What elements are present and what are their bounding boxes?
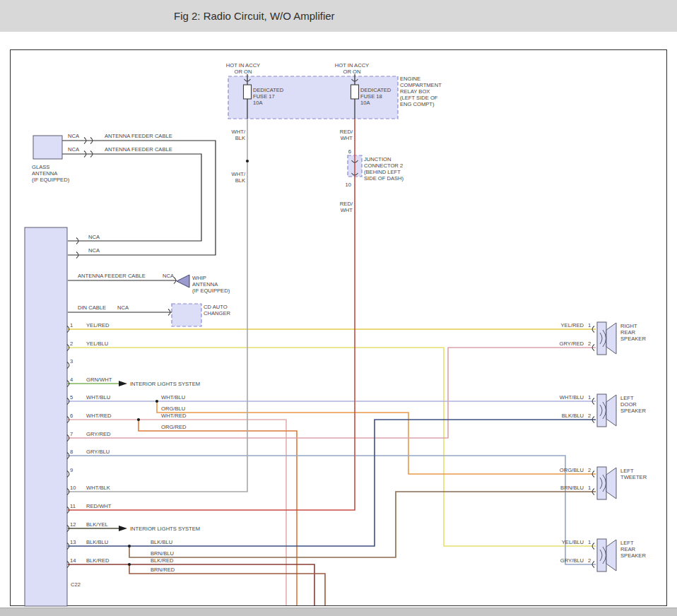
junction-pin-number: 6	[348, 148, 351, 155]
relay-box-label: (LEFT SIDE OF	[400, 95, 438, 101]
speaker-pin-wire-label: WHT/BLU	[560, 394, 584, 401]
hot-accy-label: HOT IN ACCY	[335, 62, 369, 69]
radio-pin-wire-label: BLK/BLU	[86, 539, 108, 545]
speaker-pin-wire-label: ORG/BLU	[560, 467, 584, 473]
nca-label: NCA	[68, 133, 80, 139]
radio-pin-wire-label: WHT/BLU	[86, 394, 110, 401]
glass-antenna-label: (IF EQUIPPED)	[32, 177, 70, 183]
splice-wire-label: BLK/RED	[151, 557, 174, 564]
fuse17-label: FUSE 17	[253, 93, 275, 100]
wire-color-label: WHT	[341, 135, 353, 141]
cd-changer-box	[172, 304, 201, 326]
left-rear-speaker-icon	[597, 539, 616, 571]
glass-antenna-label: ANTENNA	[32, 170, 58, 177]
whip-antenna-label: (IF EQUIPPED)	[192, 288, 230, 294]
nca-label: NCA	[68, 146, 80, 153]
feeder-cable-label: ANTENNA FEEDER CABLE	[105, 146, 172, 153]
radio-pin-number: 7	[70, 431, 73, 437]
speaker-name-line: SPEAKER	[620, 336, 646, 342]
interior-lights-label: INTERIOR LIGHTS SYSTEM	[130, 526, 200, 532]
speaker-name-line: DOOR	[620, 401, 637, 408]
speaker-pin-number: 2	[588, 467, 591, 473]
speaker-name-line: SPEAKER	[620, 552, 646, 559]
interior-lights-label: INTERIOR LIGHTS SYSTEM	[130, 381, 200, 387]
splice-wire-label: WHT/BLU	[161, 394, 185, 401]
radio-pin-wire-label: YEL/RED	[86, 322, 110, 328]
speaker-name-line: REAR	[620, 546, 636, 552]
relay-box-label: RELAY BOX	[400, 88, 430, 95]
nca-label: NCA	[88, 234, 100, 240]
splice-wire-label: ORG/RED	[161, 424, 187, 430]
splice-wire-label: BLK/BLU	[151, 539, 172, 545]
wire-color-label: RED/	[340, 201, 353, 207]
speaker-pin-wire-label: YEL/RED	[561, 322, 584, 328]
radio-pin-wire-label: WHT/RED	[86, 413, 112, 419]
speaker-name-line: TWEETER	[620, 474, 647, 480]
splice-wire-label: BRN/BLU	[151, 550, 174, 557]
speaker-name-line: RIGHT	[620, 323, 637, 329]
nca-label: NCA	[163, 273, 175, 279]
radio-pin-number: 10	[70, 485, 76, 491]
radio-pin-number: 5	[70, 394, 73, 401]
speaker-name-line: REAR	[620, 329, 636, 336]
junction-label: CONNECTOR 2	[364, 162, 403, 169]
radio-pin-wire-label: RED/WHT	[86, 503, 112, 509]
radio-pin-number: 12	[70, 521, 76, 528]
radio-pin-number: 8	[70, 449, 73, 455]
left-tweeter-icon	[597, 467, 616, 499]
radio-pin-number: 11	[70, 503, 76, 509]
wire-color-label: BLK	[235, 177, 245, 184]
relay-box-label: ENGINE	[400, 76, 420, 82]
speaker-pin-wire-label: YEL/BLU	[562, 539, 584, 545]
diagram-canvas: HOT IN ACCY OR ON HOT IN ACCY OR ON DEDI…	[0, 0, 677, 616]
junction-label: JUNCTION	[364, 156, 391, 162]
fuse17-label: 10A	[253, 100, 263, 106]
speaker-pin-number: 1	[588, 539, 591, 545]
wiring-diagram-svg: HOT IN ACCY OR ON HOT IN ACCY OR ON DEDI…	[0, 0, 677, 616]
speaker-pin-wire-label: GRY/RED	[560, 340, 584, 347]
splice-wire-label: ORG/BLU	[161, 405, 185, 412]
speaker-name-line: LEFT	[620, 540, 634, 546]
speaker-pin-number: 1	[588, 394, 591, 401]
radio-pin-number: 3	[70, 358, 73, 365]
relay-box-label: ENG COMPT)	[400, 101, 435, 107]
wire-color-label: RED/	[340, 129, 353, 135]
right-rear-speaker-icon	[597, 322, 616, 355]
speaker-pin-number: 2	[588, 413, 591, 419]
whip-antenna-label: WHIP	[192, 275, 206, 281]
speaker-name-line: SPEAKER	[620, 408, 646, 414]
radio-pin-number: 2	[70, 340, 73, 347]
fuse18-label: FUSE 18	[360, 93, 382, 100]
speaker-pin-wire-label: BLK/BLU	[562, 413, 584, 419]
speaker-pin-number: 2	[588, 340, 591, 347]
fuse17-label: DEDICATED	[253, 87, 284, 93]
radio-pin-number: 14	[70, 557, 76, 564]
glass-antenna-label: GLASS	[32, 164, 49, 170]
speaker-pin-wire-label: BRN/BLU	[560, 485, 584, 491]
radio-pin-wire-label: GRY/BLU	[86, 449, 110, 455]
radio-pin-wire-label: BLK/YEL	[86, 521, 108, 528]
radio-pin-number: 6	[70, 413, 73, 419]
horizontal-scrollbar[interactable]	[0, 608, 677, 616]
fuse18-label: DEDICATED	[360, 87, 392, 93]
nca-label: NCA	[117, 304, 129, 311]
wire-color-label: WHT	[341, 207, 353, 213]
feeder-cable-label: ANTENNA FEEDER CABLE	[78, 273, 146, 279]
radio-pin-wire-label: GRN/WHT	[86, 377, 112, 383]
radio-pin-wire-label: BLK/RED	[86, 557, 110, 564]
radio-connector-id: C22	[71, 581, 81, 588]
nca-label: NCA	[88, 247, 100, 254]
glass-antenna-box	[33, 136, 62, 159]
feeder-cable-label: ANTENNA FEEDER CABLE	[105, 133, 172, 139]
speaker-pin-number: 1	[588, 322, 591, 328]
speaker-pin-number: 1	[588, 485, 591, 491]
radio-pin-wire-label: YEL/BLU	[86, 340, 108, 347]
whip-antenna-label: ANTENNA	[192, 281, 218, 288]
radio-pin-wire-label: GRY/RED	[86, 431, 111, 437]
cd-changer-label: CD AUTO	[204, 304, 228, 310]
radio-pin-number: 13	[70, 539, 76, 545]
splice-wire-label: BRN/RED	[151, 567, 175, 573]
fuse18-label: 10A	[360, 100, 370, 106]
radio-unit-box	[25, 227, 67, 606]
radio-pin-wire-label: WHT/BLK	[86, 485, 110, 491]
